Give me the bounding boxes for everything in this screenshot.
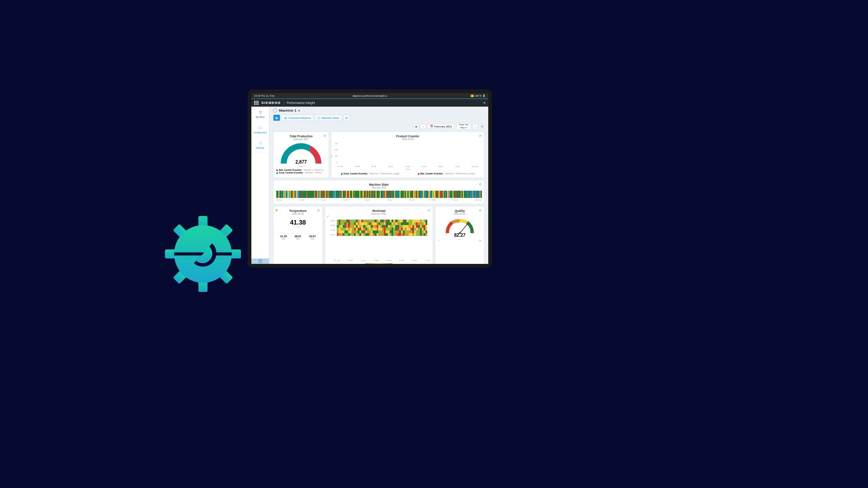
- card-subtitle: February 2021: [328, 212, 430, 215]
- chart-config-icon[interactable]: ⎚: [478, 182, 482, 186]
- app-name: Performance Insight: [287, 101, 315, 104]
- tablet-screen: 10:03 Thu 11. Feb digidemo.performancein…: [251, 93, 488, 264]
- sidebar-item-my-plant[interactable]: My Plant: [251, 107, 269, 122]
- app-menu-icon[interactable]: [254, 101, 259, 105]
- prev-button[interactable]: ‹: [420, 124, 426, 129]
- card-subtitle: 2021-02-09: [334, 138, 481, 141]
- tab-bar: ▦ ▤Overview Machine ◷Machine State ⊕: [273, 114, 485, 121]
- asset-icon: [273, 108, 277, 113]
- card-subtitle: 2021-02-11: [438, 212, 481, 215]
- gantt-x-axis: 01.Feb02.1001.2102.0708.4215.1615.5410.0…: [276, 199, 481, 201]
- doc-icon: ▤: [284, 116, 287, 119]
- logout-icon[interactable]: ⇥: [482, 101, 486, 105]
- brand-logo: SIEMENS: [261, 101, 281, 105]
- card-title: Product Counter: [334, 135, 481, 138]
- range-offset-display[interactable]: Range: DayOffset: 0: [456, 123, 471, 130]
- tp-legend: Bad_Counter (Counter)- Machine 1 / Perfo…: [276, 169, 326, 174]
- breadcrumb[interactable]: Machine 1 ▾: [273, 108, 485, 113]
- card-temperature: ⎚ ◆ Temperature 2021-02-09 41.38 °C 41.3…: [273, 206, 323, 264]
- chart-config-icon[interactable]: ⎚: [316, 208, 321, 212]
- quality-gauge: 82.27 %: [444, 218, 475, 233]
- next-button[interactable]: ›: [472, 124, 478, 129]
- temperature-value: 41.38: [276, 219, 320, 226]
- svg-point-11: [261, 111, 262, 112]
- settings-button[interactable]: ⚙: [479, 124, 485, 129]
- status-battery: 📶 100 % 🔋: [471, 94, 486, 97]
- gear-icon: [258, 141, 263, 145]
- status-url: digidemo.performanceinsight.io: [353, 94, 387, 97]
- cloud-icon: [258, 126, 263, 130]
- tablet-frame: 10:03 Thu 11. Feb digidemo.performancein…: [248, 89, 492, 267]
- tab-add[interactable]: ⊕: [343, 114, 350, 121]
- app-header: SIEMENS Performance Insight ⇥: [251, 99, 488, 107]
- card-title: Total Production: [276, 135, 326, 138]
- tab-machine-state[interactable]: ◷Machine State: [315, 114, 342, 121]
- card-subtitle: 2021-02-09: [276, 212, 320, 215]
- date-range-picker[interactable]: 📅February 2021: [427, 124, 455, 129]
- clock-icon: ◷: [318, 116, 320, 119]
- card-workload: ⎚ Workload February 2021 ⤢ 24:0018:0012:…: [325, 206, 433, 264]
- app-logo-icon: [165, 216, 241, 292]
- card-title: Machine State: [276, 183, 481, 186]
- card-title: Quality: [438, 209, 481, 212]
- card-product-counter: ⎚ Product Counter 2021-02-09 7505002500 …: [331, 131, 485, 178]
- sidebar-item-settings[interactable]: Settings: [251, 137, 269, 153]
- quality-value: 82.27: [444, 233, 475, 238]
- temperature-stats: 41.35MIN 38.97MAX 43.67MAX: [276, 233, 320, 240]
- machine-state-gantt: [276, 191, 481, 198]
- status-time: 10:03 Thu 11. Feb: [254, 94, 274, 97]
- chart-config-icon[interactable]: ⎚: [478, 134, 482, 138]
- card-title: Temperature: [276, 209, 320, 212]
- chart-config-icon[interactable]: ⎚: [323, 134, 327, 138]
- chevron-down-icon: ▾: [298, 109, 300, 112]
- main-content: Machine 1 ▾ ▦ ▤Overview Machine ◷Machine…: [269, 107, 488, 264]
- breadcrumb-title: Machine 1: [279, 108, 297, 113]
- card-title: Workload: [328, 209, 430, 212]
- plus-icon: ⊕: [345, 116, 348, 119]
- heatmap-scale: [365, 263, 392, 264]
- sidebar-item-configuration[interactable]: Configuration: [251, 122, 269, 137]
- card-quality: ⎚ Quality 2021-02-11 82.27 % 0100: [435, 206, 485, 264]
- card-machine-state: ⎚ Machine State February 2021 01.Feb02.1…: [273, 180, 485, 204]
- svg-point-10: [259, 111, 259, 112]
- sidebar-label: My Plant: [256, 116, 264, 118]
- date-toolbar: ◉ ‹ 📅February 2021 Range: DayOffset: 0 ›…: [273, 123, 485, 130]
- device-status-bar: 10:03 Thu 11. Feb digidemo.performancein…: [251, 93, 488, 99]
- card-subtitle: February 2021: [276, 186, 481, 189]
- expand-icon[interactable]: ⤢: [327, 215, 329, 218]
- gauge-value: 2,877: [281, 160, 321, 164]
- gauge-detail: 2,011: [281, 165, 321, 168]
- sidebar-label: Settings: [256, 146, 264, 149]
- sidebar-label: Configuration: [254, 131, 267, 134]
- sidebar-toggle-icon[interactable]: [251, 258, 269, 264]
- chart-config-icon[interactable]: ⎚: [427, 208, 431, 212]
- tab-grid-view[interactable]: ▦: [273, 114, 280, 121]
- pc-legend: Good_Counter (Counter)- Machine 1 / Perf…: [334, 173, 481, 175]
- card-subtitle: February 2021: [276, 138, 326, 141]
- temperature-unit: °C: [276, 226, 320, 229]
- total-production-gauge: 2,877 2,011: [281, 143, 321, 164]
- svg-point-12: [260, 113, 261, 114]
- chart-config-icon[interactable]: ⎚: [478, 208, 482, 212]
- svg-point-13: [259, 142, 261, 144]
- workload-heatmap: 24:0018:0012:0006:00: [330, 217, 427, 239]
- quality-unit: %: [444, 238, 475, 240]
- reset-button[interactable]: ◉: [414, 124, 419, 129]
- card-total-production: ⎚ Total Production February 2021 2,877 2…: [273, 131, 329, 178]
- warning-icon: ◆: [275, 208, 278, 212]
- product-counter-chart: 7505002500 9. Feb03:0006:0009:0012:0015:…: [338, 142, 478, 167]
- tab-overview-machine[interactable]: ▤Overview Machine: [281, 114, 314, 121]
- plant-icon: [258, 110, 263, 115]
- sidebar: My Plant Configuration Settings: [251, 107, 269, 264]
